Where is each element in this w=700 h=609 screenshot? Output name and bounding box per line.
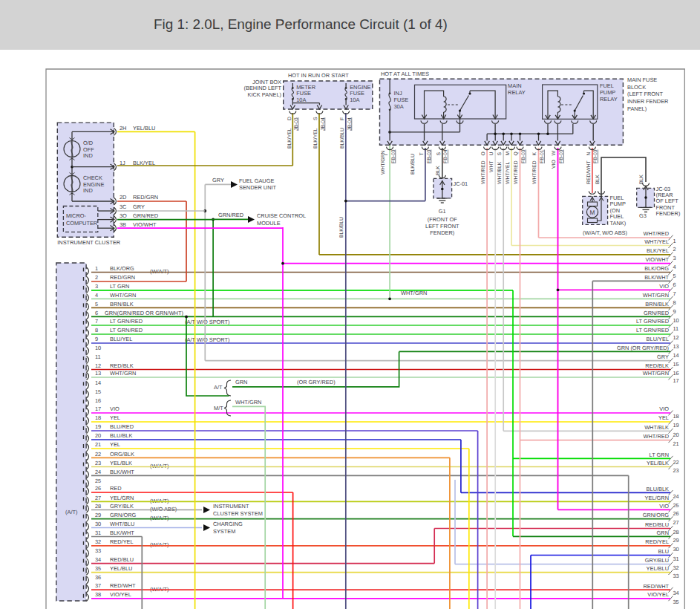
svg-text:17: 17	[95, 406, 101, 412]
svg-text:WHT/BLK: WHT/BLK	[644, 424, 669, 431]
svg-text:ORG/BLK: ORG/BLK	[110, 451, 134, 457]
svg-text:S: S	[497, 152, 503, 156]
svg-text:F: F	[340, 117, 345, 120]
svg-text:LT GRN/RED: LT GRN/RED	[110, 318, 143, 325]
svg-text:KICK PANEL): KICK PANEL)	[248, 91, 281, 98]
svg-text:(W/A/T): (W/A/T)	[150, 586, 169, 593]
svg-text:RELAY: RELAY	[600, 96, 618, 102]
svg-text:BLK/WHT: BLK/WHT	[644, 274, 669, 281]
svg-text:32: 32	[673, 564, 679, 571]
svg-text:17: 17	[673, 377, 679, 384]
svg-text:GRY: GRY	[133, 203, 145, 210]
svg-text:WHT/RED: WHT/RED	[644, 433, 670, 440]
svg-text:WHT/RED: WHT/RED	[644, 230, 670, 237]
svg-text:10A: 10A	[296, 97, 306, 103]
svg-text:29: 29	[95, 512, 101, 518]
svg-text:YEL: YEL	[110, 414, 120, 421]
svg-text:22: 22	[673, 459, 679, 466]
svg-text:23: 23	[95, 460, 101, 466]
svg-text:GRN(GRN/RED OR GRN/WHT): GRN(GRN/RED OR GRN/WHT)	[105, 310, 183, 316]
svg-text:GRN (OR GRY/RED): GRN (OR GRY/RED)	[617, 345, 669, 351]
svg-text:2H: 2H	[120, 125, 126, 131]
svg-text:BLK: BLK	[639, 175, 644, 184]
svg-text:(W/A/T): (W/A/T)	[150, 498, 169, 504]
svg-text:(FRONT OF: (FRONT OF	[428, 216, 458, 223]
svg-text:WHT/BLK: WHT/BLK	[497, 161, 503, 184]
svg-text:11: 11	[95, 354, 101, 360]
svg-text:FB-01: FB-01	[540, 149, 545, 163]
svg-text:20: 20	[95, 432, 101, 439]
svg-text:K: K	[532, 152, 537, 156]
svg-text:JOINT BOX: JOINT BOX	[252, 79, 281, 85]
svg-text:36: 36	[95, 574, 101, 581]
svg-text:TANK): TANK)	[610, 220, 627, 227]
svg-text:11: 11	[673, 325, 679, 332]
svg-text:YEL: YEL	[110, 441, 120, 448]
svg-text:(W/A/T): (W/A/T)	[150, 463, 169, 469]
svg-text:WHT/GRN: WHT/GRN	[110, 370, 136, 377]
svg-text:LT GRN/RED: LT GRN/RED	[636, 318, 669, 325]
svg-text:GRY: GRY	[657, 354, 669, 360]
svg-text:WHT/RED: WHT/RED	[514, 160, 519, 184]
svg-text:14: 14	[95, 380, 101, 386]
svg-text:T: T	[419, 152, 425, 155]
svg-text:VIO: VIO	[659, 503, 669, 509]
svg-text:35: 35	[95, 565, 101, 572]
svg-text:JB-04: JB-04	[321, 117, 326, 131]
svg-text:MAIN: MAIN	[508, 82, 521, 89]
svg-text:23: 23	[673, 467, 679, 474]
svg-text:BLK/WHT: BLK/WHT	[110, 530, 134, 536]
svg-text:6: 6	[673, 281, 676, 288]
svg-text:RED/BLK: RED/BLK	[110, 362, 134, 369]
svg-text:BLU/YEL: BLU/YEL	[647, 336, 669, 342]
svg-text:GRY: GRY	[212, 177, 224, 183]
svg-text:33: 33	[95, 547, 101, 554]
svg-text:BLU/BLK: BLU/BLK	[110, 432, 132, 439]
svg-text:9: 9	[673, 308, 676, 315]
svg-text:JB-03: JB-03	[294, 117, 299, 131]
svg-text:1: 1	[673, 238, 676, 244]
svg-text:21: 21	[95, 441, 101, 448]
svg-text:25: 25	[673, 502, 679, 509]
svg-text:7: 7	[95, 318, 98, 325]
svg-text:M/T: M/T	[214, 405, 223, 411]
svg-text:2: 2	[95, 274, 98, 281]
svg-text:WHT/GRN: WHT/GRN	[643, 370, 669, 377]
svg-text:(W/A/T, W/O ABS): (W/A/T, W/O ABS)	[583, 229, 627, 236]
svg-text:U: U	[489, 152, 494, 156]
svg-text:29: 29	[673, 537, 679, 544]
svg-text:BLK/YEL: BLK/YEL	[313, 128, 318, 149]
svg-text:YEL/GRN: YEL/GRN	[645, 495, 669, 501]
svg-text:BLK/WHT: BLK/WHT	[110, 469, 134, 475]
svg-text:IND: IND	[83, 152, 93, 159]
svg-text:21: 21	[673, 440, 679, 447]
svg-text:FENDER): FENDER)	[656, 210, 681, 217]
svg-text:VIO/YEL: VIO/YEL	[110, 591, 131, 598]
svg-text:WHT/GRN: WHT/GRN	[235, 399, 261, 406]
svg-text:30: 30	[95, 521, 101, 527]
svg-text:BLU/YEL: BLU/YEL	[110, 336, 132, 342]
svg-text:N: N	[586, 152, 592, 156]
svg-text:(W/O ABS): (W/O ABS)	[150, 506, 177, 512]
svg-text:BLU/RED: BLU/RED	[110, 423, 134, 430]
svg-text:WHT/BLU: WHT/BLU	[110, 521, 134, 527]
svg-text:(BEHIND LEFT: (BEHIND LEFT	[243, 85, 281, 91]
svg-text:SENDER UNIT: SENDER UNIT	[239, 184, 277, 191]
svg-text:RED/YEL: RED/YEL	[645, 538, 669, 545]
svg-text:VIO: VIO	[659, 283, 669, 290]
svg-text:6: 6	[95, 310, 98, 316]
svg-text:3B: 3B	[120, 221, 126, 228]
svg-text:LT GRN/RED: LT GRN/RED	[110, 327, 143, 333]
svg-text:(A/T W/O SPORT): (A/T W/O SPORT)	[185, 336, 230, 343]
svg-text:27: 27	[673, 519, 679, 526]
svg-text:10: 10	[673, 317, 679, 324]
svg-text:5: 5	[95, 301, 98, 307]
svg-text:38: 38	[95, 591, 101, 598]
svg-text:WHT/YEL: WHT/YEL	[644, 238, 669, 245]
svg-text:LT GRN: LT GRN	[650, 452, 669, 458]
svg-text:(LEFT FRONT: (LEFT FRONT	[627, 91, 663, 97]
svg-text:BLU: BLU	[658, 548, 669, 555]
svg-text:WHT/GRN: WHT/GRN	[401, 290, 427, 296]
svg-text:31: 31	[95, 530, 101, 536]
svg-text:LT GRN/RED: LT GRN/RED	[636, 327, 669, 333]
